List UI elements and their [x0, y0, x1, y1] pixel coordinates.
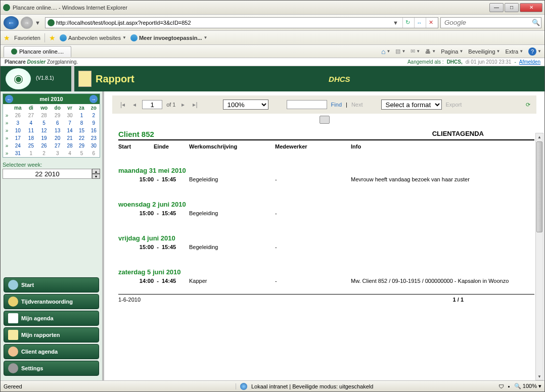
refresh-report-button[interactable]: ⟳: [526, 102, 530, 108]
prev-page-button[interactable]: ◂: [131, 101, 138, 108]
cal-day[interactable]: 31: [11, 150, 25, 157]
cal-day[interactable]: 10: [11, 127, 25, 134]
favorites-button[interactable]: Favorieten: [14, 35, 40, 41]
cal-day[interactable]: 1: [76, 112, 88, 119]
find-button[interactable]: Find: [331, 102, 342, 108]
cal-day[interactable]: 7: [64, 119, 76, 127]
next-match-button[interactable]: Next: [351, 102, 363, 108]
extra-menu[interactable]: Extra▼: [505, 48, 523, 55]
cal-day[interactable]: 29: [76, 142, 88, 150]
cal-day[interactable]: 15: [76, 127, 88, 134]
search-button[interactable]: 🔍: [532, 19, 540, 26]
next-page-button[interactable]: ▸: [179, 101, 187, 108]
print-report-button[interactable]: [320, 116, 330, 124]
cal-day[interactable]: 14: [64, 127, 76, 134]
forward-button[interactable]: →: [21, 17, 33, 29]
format-select[interactable]: Select a format: [381, 100, 442, 110]
cal-day[interactable]: 29: [51, 112, 64, 119]
search-input[interactable]: [444, 19, 530, 26]
print-button[interactable]: 🖶▼: [425, 48, 436, 55]
minimize-button[interactable]: —: [489, 3, 504, 12]
cal-day[interactable]: 22: [76, 134, 88, 142]
cal-day[interactable]: 2: [37, 150, 51, 157]
status-zoom[interactable]: 🔍 100% ▾: [514, 383, 541, 389]
refresh-button[interactable]: ↻: [402, 18, 413, 28]
nav-agenda[interactable]: Mijn agenda: [4, 311, 99, 326]
cal-day[interactable]: 16: [87, 127, 100, 134]
cal-day[interactable]: 27: [25, 112, 37, 119]
nav-reports[interactable]: Mijn rapporten: [4, 327, 99, 342]
add-fav-icon[interactable]: ★: [49, 34, 56, 42]
vertical-scrollbar[interactable]: ▲ ▼: [535, 133, 543, 380]
zoom-select[interactable]: 100%: [223, 100, 268, 110]
cal-day[interactable]: 17: [11, 134, 25, 142]
more-addons[interactable]: Meer invoegtoepassin...▼: [130, 34, 208, 41]
cal-day[interactable]: 2: [87, 112, 100, 119]
nav-history-dropdown[interactable]: ▼: [35, 20, 43, 26]
mail-button[interactable]: ✉▼: [411, 48, 420, 55]
nav-start[interactable]: Start: [4, 277, 99, 292]
url-input[interactable]: [56, 20, 391, 26]
address-bar[interactable]: ▼ ↻ ↔ ✕: [45, 17, 438, 28]
status-progress-icon[interactable]: ▪: [508, 383, 510, 389]
close-button[interactable]: ✕: [520, 3, 542, 12]
feeds-button[interactable]: ▧▼: [395, 48, 405, 55]
week-input[interactable]: [3, 169, 92, 179]
calendar[interactable]: ← mei 2010 → madiwodovrzazo »26272829301…: [3, 93, 100, 158]
cal-day[interactable]: 13: [51, 127, 64, 134]
cal-day[interactable]: 26: [11, 112, 25, 119]
cal-day[interactable]: 18: [25, 134, 37, 142]
cal-day[interactable]: 11: [25, 127, 37, 134]
cal-day[interactable]: 25: [25, 142, 37, 150]
calendar-grid[interactable]: madiwodovrzazo »262728293012»3456789»101…: [3, 104, 100, 157]
logout-link[interactable]: Afmelden: [519, 59, 540, 65]
cal-day[interactable]: 24: [11, 142, 25, 150]
compat-button[interactable]: ↔: [414, 18, 424, 28]
help-button[interactable]: ?▼: [528, 47, 541, 56]
url-dropdown[interactable]: ▼: [393, 20, 401, 26]
maximize-button[interactable]: □: [505, 3, 519, 12]
cal-day[interactable]: 4: [25, 119, 37, 127]
nav-client-agenda[interactable]: Client agenda: [4, 344, 99, 359]
cal-day[interactable]: 19: [37, 134, 51, 142]
cal-next[interactable]: →: [89, 95, 98, 103]
cal-day[interactable]: 8: [76, 119, 88, 127]
status-protect-icon[interactable]: 🛡: [498, 383, 504, 389]
tab-plancare[interactable]: Plancare online....: [4, 46, 71, 57]
find-input[interactable]: [287, 100, 327, 109]
cal-day[interactable]: 5: [76, 150, 88, 157]
cal-day[interactable]: 6: [87, 150, 100, 157]
suggested-sites[interactable]: Aanbevolen websites▼: [60, 34, 126, 41]
cal-day[interactable]: 3: [11, 119, 25, 127]
cal-day[interactable]: 26: [37, 142, 51, 150]
export-button[interactable]: Export: [446, 102, 462, 108]
last-page-button[interactable]: ▸|: [191, 101, 199, 108]
cal-day[interactable]: 4: [64, 150, 76, 157]
cal-day[interactable]: 6: [51, 119, 64, 127]
nav-settings[interactable]: Settings: [4, 361, 99, 376]
cal-day[interactable]: 21: [64, 134, 76, 142]
nav-time[interactable]: Tijdverantwoording: [4, 294, 99, 309]
cal-prev[interactable]: ←: [5, 95, 13, 103]
cal-day[interactable]: 12: [37, 127, 51, 134]
cal-day[interactable]: 28: [37, 112, 51, 119]
page-input[interactable]: [142, 100, 162, 109]
cal-day[interactable]: 20: [51, 134, 64, 142]
home-button[interactable]: ⌂▼: [381, 47, 390, 56]
search-box[interactable]: 🔍: [440, 17, 541, 28]
week-up[interactable]: ▲: [92, 169, 100, 174]
page-menu[interactable]: Pagina▼: [441, 48, 463, 55]
cal-day[interactable]: 30: [64, 112, 76, 119]
first-page-button[interactable]: |◂: [118, 101, 127, 108]
cal-day[interactable]: 28: [64, 142, 76, 150]
cal-day[interactable]: 3: [51, 150, 64, 157]
cal-day[interactable]: 1: [25, 150, 37, 157]
stop-button[interactable]: ✕: [426, 18, 436, 28]
week-down[interactable]: ▼: [92, 174, 100, 179]
cal-day[interactable]: 30: [87, 142, 100, 150]
scrollbar-thumb[interactable]: [536, 141, 542, 232]
cal-day[interactable]: 23: [87, 134, 100, 142]
cal-day[interactable]: 9: [87, 119, 100, 127]
cal-day[interactable]: 27: [51, 142, 64, 150]
security-menu[interactable]: Beveiliging▼: [468, 48, 500, 55]
